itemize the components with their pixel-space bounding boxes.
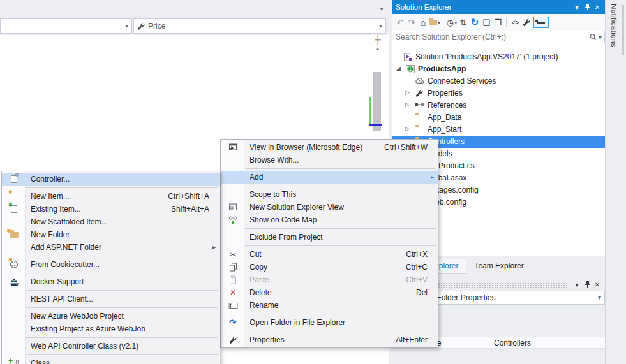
menu-item-new-folder[interactable]: New Folder [2,228,220,241]
tree-item-app-data[interactable]: App_Data [392,112,605,124]
window-position-icon[interactable]: ▾ [572,279,582,289]
menu-item-copy[interactable]: Copy Ctrl+C [221,261,438,273]
search-options-icon[interactable]: ▾ [599,34,602,41]
menu-item-scope-to-this[interactable]: Scope to This [221,188,438,201]
tree-item-productsapp[interactable]: ◢ ProductsApp [392,63,605,75]
copy-icon [226,261,240,273]
controller-icon [7,173,21,186]
expander-collapsed-icon[interactable]: ▷ [405,101,410,108]
pin-icon[interactable] [582,279,592,289]
panel-title: Solution Explorer [396,3,452,11]
menu-item-cut[interactable]: ✂ Cut Ctrl+X [221,248,438,261]
property-value[interactable]: Controllers [494,339,531,347]
existing-item-icon [7,203,21,215]
solution-icon [403,53,412,61]
titlebar-grip-dots [457,5,568,11]
document-dropdown-icon[interactable]: ▾ [376,4,387,14]
menu-separator [221,329,438,333]
changed-lines-marker [369,97,371,125]
menu-item-delete[interactable]: ✕ Delete Del [221,286,438,299]
members-dropdown[interactable]: Price ▾ [133,18,386,34]
menu-item-existing-project-as-azure-webjob[interactable]: Existing Project as Azure WebJob [2,323,220,335]
menu-separator [221,312,438,316]
preview-selected-items-toggle[interactable] [533,17,549,28]
menu-item-new-scaffolded-item[interactable]: New Scaffolded Item... [2,215,220,228]
menu-item-new-azure-webjob-project[interactable]: New Azure WebJob Project [2,310,220,323]
menu-item-paste: Paste Ctrl+V [221,273,438,286]
toolbar-separator [506,17,507,27]
properties-wrench-icon[interactable] [521,16,532,29]
forward-icon[interactable]: ↷ [406,16,417,29]
menu-item-new-item[interactable]: New Item... Ctrl+Shift+A [2,190,220,203]
menu-item-browse-with[interactable]: Browse With... [221,154,438,166]
solution-explorer-titlebar[interactable]: Solution Explorer ▾ ✕ [392,0,605,14]
menu-item-existing-item[interactable]: Existing Item... Shift+Alt+A [2,203,220,215]
menu-item-new-solution-explorer-view[interactable]: New Solution Explorer View [221,201,438,214]
editor-splitter-icon[interactable]: ╪ [373,36,383,45]
cloud-icon [415,77,425,84]
solution-explorer-search: ▾ [392,31,605,43]
docker-icon [7,275,21,288]
window-position-icon[interactable]: ▾ [572,2,582,12]
right-sidebar: Notifications [605,0,626,364]
view-in-browser-icon [226,141,240,154]
menu-item-properties[interactable]: Properties Alt+Enter [221,333,438,346]
menu-separator [221,166,438,171]
close-icon[interactable]: ✕ [592,2,602,12]
menu-separator [2,288,220,293]
menu-item-add[interactable]: Add ▸ [221,171,438,184]
paste-icon [226,273,240,286]
menu-item-docker-support[interactable]: Docker Support [2,275,220,288]
notifications-tab[interactable]: Notifications [610,4,618,47]
menu-item-from-cookiecutter[interactable]: From Cookiecutter... [2,258,220,271]
menu-item-rest-api-client[interactable]: REST API Client... [2,293,220,305]
scrollbar-thumb[interactable] [373,72,381,131]
show-all-files-icon[interactable]: ❐ [492,16,503,29]
types-dropdown[interactable]: ▾ [0,18,132,34]
tree-item-app-start[interactable]: ▷ App_Start [392,124,605,136]
view-code-icon[interactable]: <> [509,16,521,29]
search-input[interactable] [392,33,589,41]
caret-position-marker [369,124,382,126]
menu-item-view-in-browser[interactable]: View in Browser (Microsoft Edge) Ctrl+Sh… [221,141,438,154]
tree-item-references[interactable]: ▷ References [392,99,605,112]
menu-item-open-folder-in-file-explorer[interactable]: ↷ Open Folder in File Explorer [221,316,438,329]
new-solution-explorer-view-icon [226,201,240,214]
menu-item-add-aspnet-folder[interactable]: Add ASP.NET Folder ▸ [2,241,220,254]
chevron-down-icon: ▾ [125,22,128,29]
menu-item-controller[interactable]: Controller... [2,173,220,186]
menu-separator [2,254,220,258]
menu-separator [221,226,438,231]
document-well: ▾ [0,0,389,18]
sync-with-active-document-icon[interactable]: ⇅ [458,16,469,29]
tab-team-explorer[interactable]: Team Explorer [466,259,531,274]
references-icon [415,101,424,108]
pending-changes-filter-icon[interactable]: ◷▾ [446,16,458,29]
menu-item-show-on-code-map[interactable]: Show on Code Map [221,214,438,226]
preview-selected-items-icon [537,22,545,24]
collapse-all-icon[interactable]: ❏ [481,16,492,29]
menu-item-class[interactable]: Class... [2,357,220,364]
expander-collapsed-icon[interactable]: ▷ [405,126,410,132]
wrench-icon [415,89,424,98]
solution-explorer-toolbar: ↶ ↷ ⌂ ▾ ◷▾ ⇅ ↻ ❏ ❐ <> [392,14,605,31]
scrollbar-up-arrow[interactable]: ▲ [373,46,382,54]
tree-item-connected-services[interactable]: Connected Services [392,75,605,87]
toolbar-separator [443,17,443,27]
refresh-icon[interactable]: ↻ [469,16,481,29]
menu-item-rename[interactable]: Rename [221,299,438,312]
menu-item-exclude-from-project[interactable]: Exclude From Project [221,231,438,244]
menu-item-web-api-controller-class[interactable]: Web API Controller Class (v2.1) [2,340,220,353]
search-icon[interactable] [589,33,597,41]
back-icon[interactable]: ↶ [394,16,406,29]
pin-icon[interactable] [582,2,592,12]
cut-icon: ✂ [226,248,240,261]
expander-expanded-icon[interactable]: ◢ [396,65,401,71]
tree-item-properties[interactable]: ▷ Properties [392,87,605,99]
close-icon[interactable]: ✕ [592,279,602,289]
expander-collapsed-icon[interactable]: ▷ [405,89,410,96]
switch-views-icon[interactable]: ▾ [429,16,440,29]
open-folder-icon: ↷ [225,315,241,330]
tree-item-solution[interactable]: Solution 'ProductsApp.VS2017' (1 project… [392,51,605,63]
home-icon[interactable]: ⌂ [417,16,429,29]
